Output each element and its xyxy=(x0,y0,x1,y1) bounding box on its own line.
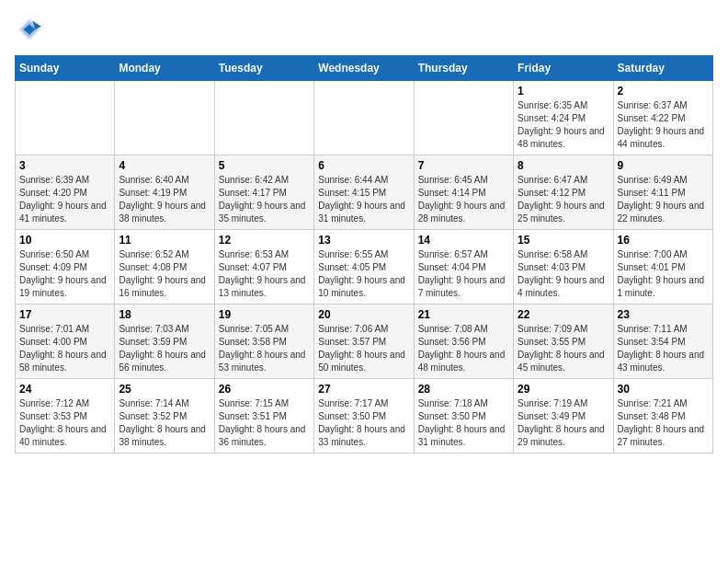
calendar-cell: 10Sunrise: 6:50 AMSunset: 4:09 PMDayligh… xyxy=(16,230,115,304)
header-monday: Monday xyxy=(115,56,214,81)
calendar-week-2: 3Sunrise: 6:39 AMSunset: 4:20 PMDaylight… xyxy=(16,155,713,230)
calendar-cell: 11Sunrise: 6:52 AMSunset: 4:08 PMDayligh… xyxy=(115,230,214,304)
day-number: 29 xyxy=(518,383,609,396)
day-number: 25 xyxy=(119,383,210,396)
day-number: 3 xyxy=(19,159,110,172)
header-saturday: Saturday xyxy=(613,56,712,81)
day-info: Sunrise: 6:55 AMSunset: 4:05 PMDaylight:… xyxy=(318,248,409,300)
day-info: Sunrise: 6:57 AMSunset: 4:04 PMDaylight:… xyxy=(418,248,509,300)
day-info: Sunrise: 6:53 AMSunset: 4:07 PMDaylight:… xyxy=(219,248,310,300)
calendar-header-row: SundayMondayTuesdayWednesdayThursdayFrid… xyxy=(16,56,713,81)
day-number: 9 xyxy=(618,159,709,172)
day-info: Sunrise: 7:00 AMSunset: 4:01 PMDaylight:… xyxy=(618,248,709,300)
calendar-cell: 18Sunrise: 7:03 AMSunset: 3:59 PMDayligh… xyxy=(115,304,214,379)
day-info: Sunrise: 6:39 AMSunset: 4:20 PMDaylight:… xyxy=(19,174,110,225)
day-info: Sunrise: 6:37 AMSunset: 4:22 PMDaylight:… xyxy=(618,99,709,151)
day-number: 11 xyxy=(119,234,210,247)
day-info: Sunrise: 6:47 AMSunset: 4:12 PMDaylight:… xyxy=(518,174,609,225)
day-info: Sunrise: 7:11 AMSunset: 3:54 PMDaylight:… xyxy=(618,323,709,374)
day-info: Sunrise: 6:49 AMSunset: 4:11 PMDaylight:… xyxy=(618,174,709,225)
calendar-week-5: 24Sunrise: 7:12 AMSunset: 3:53 PMDayligh… xyxy=(16,379,713,454)
calendar-cell: 9Sunrise: 6:49 AMSunset: 4:11 PMDaylight… xyxy=(613,155,712,230)
calendar-cell: 23Sunrise: 7:11 AMSunset: 3:54 PMDayligh… xyxy=(613,304,712,379)
day-info: Sunrise: 6:52 AMSunset: 4:08 PMDaylight:… xyxy=(119,248,210,300)
day-number: 19 xyxy=(219,308,310,321)
day-number: 28 xyxy=(418,383,509,396)
calendar-cell: 6Sunrise: 6:44 AMSunset: 4:15 PMDaylight… xyxy=(314,155,414,230)
day-number: 2 xyxy=(618,85,709,98)
calendar-cell xyxy=(314,81,414,155)
day-info: Sunrise: 7:08 AMSunset: 3:56 PMDaylight:… xyxy=(418,323,509,374)
day-number: 13 xyxy=(318,234,409,247)
header-thursday: Thursday xyxy=(414,56,513,81)
calendar-cell: 29Sunrise: 7:19 AMSunset: 3:49 PMDayligh… xyxy=(514,379,613,454)
day-number: 26 xyxy=(219,383,310,396)
day-info: Sunrise: 7:15 AMSunset: 3:51 PMDaylight:… xyxy=(219,397,310,449)
day-info: Sunrise: 7:09 AMSunset: 3:55 PMDaylight:… xyxy=(518,323,609,374)
day-number: 20 xyxy=(318,308,409,321)
day-info: Sunrise: 7:18 AMSunset: 3:50 PMDaylight:… xyxy=(418,397,509,449)
day-info: Sunrise: 6:58 AMSunset: 4:03 PMDaylight:… xyxy=(518,248,609,300)
header-sunday: Sunday xyxy=(16,56,115,81)
calendar-cell: 27Sunrise: 7:17 AMSunset: 3:50 PMDayligh… xyxy=(314,379,414,454)
calendar-cell: 13Sunrise: 6:55 AMSunset: 4:05 PMDayligh… xyxy=(314,230,414,304)
day-info: Sunrise: 6:42 AMSunset: 4:17 PMDaylight:… xyxy=(219,174,310,225)
calendar-cell: 7Sunrise: 6:45 AMSunset: 4:14 PMDaylight… xyxy=(414,155,513,230)
day-info: Sunrise: 6:40 AMSunset: 4:19 PMDaylight:… xyxy=(119,174,210,225)
calendar-cell: 30Sunrise: 7:21 AMSunset: 3:48 PMDayligh… xyxy=(613,379,712,454)
header-tuesday: Tuesday xyxy=(214,56,313,81)
calendar-cell: 24Sunrise: 7:12 AMSunset: 3:53 PMDayligh… xyxy=(16,379,115,454)
day-number: 15 xyxy=(518,234,609,247)
day-number: 7 xyxy=(418,159,509,172)
day-number: 10 xyxy=(19,234,110,247)
day-number: 24 xyxy=(19,383,110,396)
calendar-week-1: 1Sunrise: 6:35 AMSunset: 4:24 PMDaylight… xyxy=(16,81,713,155)
calendar-cell: 25Sunrise: 7:14 AMSunset: 3:52 PMDayligh… xyxy=(115,379,214,454)
day-number: 27 xyxy=(318,383,409,396)
day-info: Sunrise: 7:19 AMSunset: 3:49 PMDaylight:… xyxy=(518,397,609,449)
day-number: 23 xyxy=(618,308,709,321)
calendar-cell: 22Sunrise: 7:09 AMSunset: 3:55 PMDayligh… xyxy=(514,304,613,379)
logo-icon xyxy=(15,15,44,44)
header-wednesday: Wednesday xyxy=(314,56,414,81)
day-info: Sunrise: 7:12 AMSunset: 3:53 PMDaylight:… xyxy=(19,397,110,449)
calendar-cell: 14Sunrise: 6:57 AMSunset: 4:04 PMDayligh… xyxy=(414,230,513,304)
calendar-cell: 8Sunrise: 6:47 AMSunset: 4:12 PMDaylight… xyxy=(514,155,613,230)
day-info: Sunrise: 7:14 AMSunset: 3:52 PMDaylight:… xyxy=(119,397,210,449)
calendar-cell: 19Sunrise: 7:05 AMSunset: 3:58 PMDayligh… xyxy=(214,304,313,379)
page-header xyxy=(15,15,713,44)
day-info: Sunrise: 6:35 AMSunset: 4:24 PMDaylight:… xyxy=(518,99,609,151)
calendar-week-3: 10Sunrise: 6:50 AMSunset: 4:09 PMDayligh… xyxy=(16,230,713,304)
day-info: Sunrise: 7:17 AMSunset: 3:50 PMDaylight:… xyxy=(318,397,409,449)
day-number: 21 xyxy=(418,308,509,321)
day-info: Sunrise: 7:03 AMSunset: 3:59 PMDaylight:… xyxy=(119,323,210,374)
day-number: 22 xyxy=(518,308,609,321)
calendar-cell: 5Sunrise: 6:42 AMSunset: 4:17 PMDaylight… xyxy=(214,155,313,230)
calendar-cell: 16Sunrise: 7:00 AMSunset: 4:01 PMDayligh… xyxy=(613,230,712,304)
calendar-cell xyxy=(16,81,115,155)
calendar-cell: 12Sunrise: 6:53 AMSunset: 4:07 PMDayligh… xyxy=(214,230,313,304)
day-number: 6 xyxy=(318,159,409,172)
header-friday: Friday xyxy=(514,56,613,81)
day-number: 12 xyxy=(219,234,310,247)
calendar-week-4: 17Sunrise: 7:01 AMSunset: 4:00 PMDayligh… xyxy=(16,304,713,379)
day-number: 8 xyxy=(518,159,609,172)
calendar-cell xyxy=(414,81,513,155)
day-number: 18 xyxy=(119,308,210,321)
day-number: 17 xyxy=(19,308,110,321)
calendar-cell: 20Sunrise: 7:06 AMSunset: 3:57 PMDayligh… xyxy=(314,304,414,379)
day-number: 16 xyxy=(618,234,709,247)
day-number: 30 xyxy=(618,383,709,396)
calendar-cell: 3Sunrise: 6:39 AMSunset: 4:20 PMDaylight… xyxy=(16,155,115,230)
calendar-cell xyxy=(115,81,214,155)
day-info: Sunrise: 7:21 AMSunset: 3:48 PMDaylight:… xyxy=(618,397,709,449)
day-number: 1 xyxy=(518,85,609,98)
logo xyxy=(15,15,48,44)
day-info: Sunrise: 6:45 AMSunset: 4:14 PMDaylight:… xyxy=(418,174,509,225)
calendar-table: SundayMondayTuesdayWednesdayThursdayFrid… xyxy=(15,55,713,454)
calendar-cell: 2Sunrise: 6:37 AMSunset: 4:22 PMDaylight… xyxy=(613,81,712,155)
day-info: Sunrise: 7:01 AMSunset: 4:00 PMDaylight:… xyxy=(19,323,110,374)
calendar-cell: 21Sunrise: 7:08 AMSunset: 3:56 PMDayligh… xyxy=(414,304,513,379)
day-info: Sunrise: 6:50 AMSunset: 4:09 PMDaylight:… xyxy=(19,248,110,300)
day-number: 14 xyxy=(418,234,509,247)
